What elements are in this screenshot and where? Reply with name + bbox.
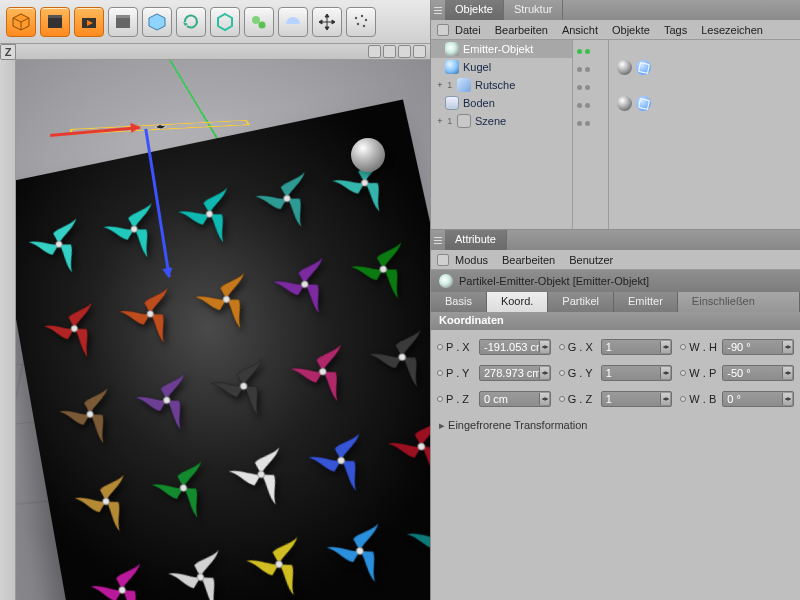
metal-tag-icon[interactable] — [617, 60, 632, 75]
field-anim-dot[interactable] — [680, 370, 686, 376]
propeller-object[interactable] — [22, 206, 97, 283]
menu-bearbeiten[interactable]: Bearbeiten — [495, 24, 548, 36]
field-input[interactable]: -50 ° — [722, 365, 794, 381]
record-button[interactable] — [40, 7, 70, 37]
menu-tags[interactable]: Tags — [664, 24, 687, 36]
tree-row[interactable]: + 1 Rutsche — [431, 76, 572, 94]
propeller-object[interactable] — [96, 191, 172, 268]
scene-button[interactable] — [108, 7, 138, 37]
spinner-icon[interactable] — [539, 393, 549, 405]
propeller-object[interactable] — [52, 375, 129, 453]
spinner-icon[interactable] — [539, 367, 549, 379]
cube-primitive-button[interactable] — [6, 7, 36, 37]
propeller-object[interactable] — [361, 317, 430, 398]
tree-expander[interactable]: + — [435, 116, 445, 126]
tree-row[interactable]: Boden — [431, 94, 572, 112]
propeller-object[interactable] — [204, 346, 284, 425]
move-arrows-button[interactable] — [312, 7, 342, 37]
attr-grip-icon[interactable] — [431, 230, 445, 250]
spinner-icon[interactable] — [660, 393, 670, 405]
vis-dots[interactable] — [573, 94, 608, 112]
propeller-object[interactable] — [144, 448, 223, 527]
propeller-object[interactable] — [68, 462, 145, 541]
attr-menu-leading-icon[interactable] — [437, 254, 449, 266]
gizmo-handle[interactable] — [154, 125, 167, 130]
object-name[interactable]: Kugel — [463, 61, 491, 73]
spinner-icon[interactable] — [782, 393, 792, 405]
propeller-object[interactable] — [160, 537, 240, 600]
propeller-object[interactable] — [282, 332, 363, 412]
spinner-icon[interactable] — [660, 367, 670, 379]
propeller-object[interactable] — [380, 406, 430, 487]
view-zoom-icon[interactable] — [383, 45, 396, 58]
panel-grip-icon[interactable] — [431, 0, 445, 20]
menu-datei[interactable]: Datei — [455, 24, 481, 36]
propeller-object[interactable] — [300, 420, 382, 501]
subtab-emitter[interactable]: Emitter — [614, 292, 678, 312]
field-input[interactable]: -90 ° — [722, 339, 794, 355]
field-input[interactable]: 0 cm — [479, 391, 551, 407]
tree-expander[interactable] — [435, 44, 445, 54]
subtab-basis[interactable]: Basis — [431, 292, 487, 312]
axis-z-indicator[interactable]: Z — [0, 44, 16, 60]
propeller-object[interactable] — [83, 550, 161, 600]
field-input[interactable]: 1 — [601, 391, 673, 407]
attr-menu-benutzer[interactable]: Benutzer — [569, 254, 613, 266]
tree-row[interactable]: Emitter-Objekt — [431, 40, 572, 58]
dyn-tag-icon[interactable] — [636, 96, 651, 111]
hex-button[interactable] — [210, 7, 240, 37]
cube-blue-button[interactable] — [142, 7, 172, 37]
menu-lesezeichen[interactable]: Lesezeichen — [701, 24, 763, 36]
spinner-icon[interactable] — [782, 341, 792, 353]
field-input[interactable]: 1 — [601, 365, 673, 381]
vis-dots[interactable] — [573, 76, 608, 94]
propeller-object[interactable] — [247, 159, 327, 238]
dyn-tag-icon[interactable] — [636, 60, 651, 75]
gears-button[interactable] — [244, 7, 274, 37]
propeller-object[interactable] — [112, 275, 189, 353]
tree-expander[interactable] — [435, 98, 445, 108]
tree-row[interactable]: Kugel — [431, 58, 572, 76]
propeller-object[interactable] — [187, 260, 266, 339]
tab-attribute[interactable]: Attribute — [445, 230, 507, 250]
field-anim-dot[interactable] — [437, 370, 443, 376]
propeller-object[interactable] — [399, 497, 430, 579]
object-name[interactable]: Boden — [463, 97, 495, 109]
objects-menu-leading-icon[interactable] — [437, 24, 449, 36]
tree-row[interactable]: + 1 Szene — [431, 112, 572, 130]
attr-menu-bearbeiten[interactable]: Bearbeiten — [502, 254, 555, 266]
tree-expander[interactable]: + — [435, 80, 445, 90]
field-anim-dot[interactable] — [559, 370, 565, 376]
metal-tag-icon[interactable] — [617, 96, 632, 111]
propeller-object[interactable] — [171, 175, 249, 253]
tree-expander[interactable] — [435, 62, 445, 72]
viewport-3d[interactable] — [16, 60, 430, 600]
subtab-partikel[interactable]: Partikel — [548, 292, 614, 312]
spinner-icon[interactable] — [782, 367, 792, 379]
menu-objekte[interactable]: Objekte — [612, 24, 650, 36]
field-anim-dot[interactable] — [559, 396, 565, 402]
propeller-object[interactable] — [37, 290, 113, 367]
field-input[interactable]: 0 ° — [722, 391, 794, 407]
menu-ansicht[interactable]: Ansicht — [562, 24, 598, 36]
field-input[interactable]: 1 — [601, 339, 673, 355]
field-anim-dot[interactable] — [680, 396, 686, 402]
spin-button[interactable] — [176, 7, 206, 37]
propeller-object[interactable] — [343, 229, 425, 309]
propeller-object[interactable] — [239, 524, 321, 600]
play-button[interactable] — [74, 7, 104, 37]
tab-struktur[interactable]: Struktur — [504, 0, 564, 20]
hemisphere-button[interactable] — [278, 7, 308, 37]
field-anim-dot[interactable] — [559, 344, 565, 350]
tab-objekte[interactable]: Objekte — [445, 0, 504, 20]
spinner-icon[interactable] — [539, 341, 549, 353]
emitter-gizmo[interactable] — [70, 120, 250, 135]
propeller-object[interactable] — [318, 510, 401, 591]
view-frame-icon[interactable] — [413, 45, 426, 58]
view-rotate-icon[interactable] — [398, 45, 411, 58]
propeller-object[interactable] — [418, 589, 430, 600]
vis-dots[interactable] — [573, 58, 608, 76]
field-input[interactable]: 278.973 cm — [479, 365, 551, 381]
field-anim-dot[interactable] — [437, 344, 443, 350]
attr-menu-modus[interactable]: Modus — [455, 254, 488, 266]
